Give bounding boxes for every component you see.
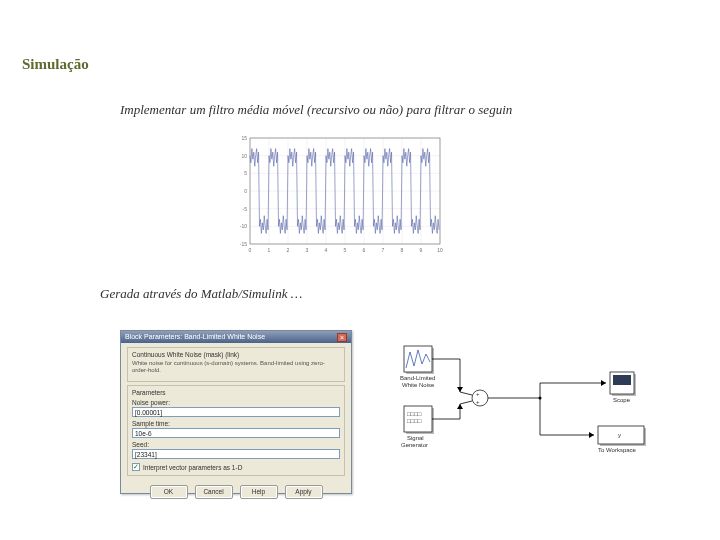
svg-text:7: 7 xyxy=(382,247,385,253)
checkbox-icon[interactable]: ✓ xyxy=(132,463,140,471)
svg-marker-55 xyxy=(601,380,606,386)
sample-time-field[interactable]: 10e-6 xyxy=(132,428,340,438)
close-icon[interactable]: × xyxy=(337,333,347,342)
instruction-text-1: Implementar um filtro média móvel (recur… xyxy=(120,102,512,118)
svg-text:-5: -5 xyxy=(243,206,248,212)
svg-text:+: + xyxy=(476,399,480,405)
noise-block-label-2: White Noise xyxy=(402,382,435,388)
instruction-text-2: Gerada através do Matlab/Simulink … xyxy=(100,286,302,302)
svg-rect-54 xyxy=(613,375,631,385)
group-title-params: Parameters xyxy=(132,389,340,396)
dialog-titlebar: Block Parameters: Band-Limited White Noi… xyxy=(121,331,351,343)
svg-rect-57 xyxy=(598,426,644,444)
noisy-signal-chart: -15-10-5051015012345678910 xyxy=(228,130,448,260)
svg-line-49 xyxy=(460,401,472,404)
group-title-mask: Continuous White Noise (mask) (link) xyxy=(132,351,340,358)
svg-text:8: 8 xyxy=(401,247,404,253)
dialog-button-row: OK Cancel Help Apply xyxy=(121,481,351,502)
seed-field[interactable]: [23341] xyxy=(132,449,340,459)
interpret-vector-row[interactable]: ✓ Interpret vector parameters as 1-D xyxy=(132,463,340,471)
svg-text:3: 3 xyxy=(306,247,309,253)
svg-text:0: 0 xyxy=(244,188,247,194)
noise-block-label-1: Band-Limited xyxy=(400,375,435,381)
signal-gen-label-2: Generator xyxy=(401,442,428,448)
svg-text:-10: -10 xyxy=(240,223,247,229)
apply-button[interactable]: Apply xyxy=(285,485,323,499)
mask-description-group: Continuous White Noise (mask) (link) Whi… xyxy=(127,347,345,382)
seed-label: Seed: xyxy=(132,441,340,448)
svg-line-48 xyxy=(460,392,472,395)
svg-text:0: 0 xyxy=(249,247,252,253)
svg-point-43 xyxy=(472,390,488,406)
help-button[interactable]: Help xyxy=(240,485,278,499)
svg-text:□□□□: □□□□ xyxy=(407,418,422,424)
svg-text:10: 10 xyxy=(437,247,443,253)
svg-text:9: 9 xyxy=(420,247,423,253)
ok-button[interactable]: OK xyxy=(150,485,188,499)
slide-heading: Simulação xyxy=(22,56,89,73)
svg-text:6: 6 xyxy=(363,247,366,253)
svg-text:+: + xyxy=(476,391,480,397)
svg-text:5: 5 xyxy=(344,247,347,253)
svg-marker-59 xyxy=(589,432,594,438)
simulink-diagram: Band-Limited White Noise □□□□ □□□□ Signa… xyxy=(390,338,670,478)
svg-text:4: 4 xyxy=(325,247,328,253)
interpret-vector-label: Interpret vector parameters as 1-D xyxy=(143,464,242,471)
scope-label: Scope xyxy=(613,397,631,403)
svg-marker-46 xyxy=(457,387,463,392)
svg-text:5: 5 xyxy=(244,170,247,176)
svg-text:15: 15 xyxy=(241,135,247,141)
svg-text:y: y xyxy=(618,432,621,438)
signal-gen-label-1: Signal xyxy=(407,435,424,441)
svg-text:1: 1 xyxy=(268,247,271,253)
cancel-button[interactable]: Cancel xyxy=(195,485,233,499)
to-workspace-label: To Workspace xyxy=(598,447,637,453)
svg-text:2: 2 xyxy=(287,247,290,253)
sample-time-label: Sample time: xyxy=(132,420,340,427)
noise-power-field[interactable]: [0.00001] xyxy=(132,407,340,417)
matlab-screenshot-cluster: Block Parameters: Band-Limited White Noi… xyxy=(120,330,680,500)
block-parameters-dialog: Block Parameters: Band-Limited White Noi… xyxy=(120,330,352,494)
svg-text:10: 10 xyxy=(241,153,247,159)
parameters-group: Parameters Noise power: [0.00001] Sample… xyxy=(127,385,345,476)
svg-marker-47 xyxy=(457,404,463,409)
svg-text:□□□□: □□□□ xyxy=(407,411,422,417)
mask-description-text: White noise for continuous (s-domain) sy… xyxy=(132,360,340,374)
noise-power-label: Noise power: xyxy=(132,399,340,406)
dialog-title: Block Parameters: Band-Limited White Noi… xyxy=(125,331,265,343)
svg-text:-15: -15 xyxy=(240,241,247,247)
